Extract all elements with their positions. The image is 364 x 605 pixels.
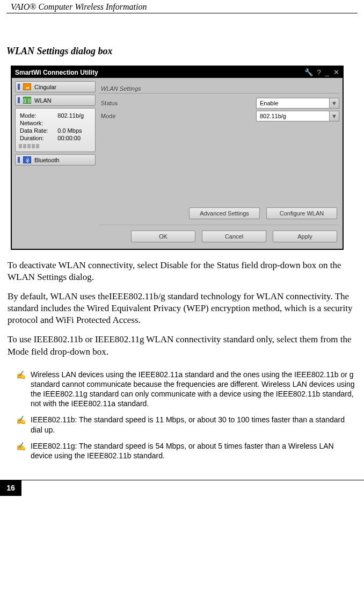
detail-network-label: Network: <box>19 119 56 127</box>
detail-mode-label: Mode: <box>19 112 56 119</box>
mode-dropdown[interactable]: 802.11b/g ▼ <box>256 111 339 121</box>
cancel-button[interactable]: Cancel <box>202 231 266 242</box>
dialog-screenshot: SmartWi Connection Utility 🔧 ? _ ✕ Cingu… <box>11 66 344 250</box>
mode-value: 802.11b/g <box>260 113 286 119</box>
sidebar-item-label: Cingular <box>34 84 56 90</box>
section-title: WLAN Settings dialog box <box>0 13 364 66</box>
notes-section: ✍ Wireless LAN devices using the IEEE802… <box>0 365 364 461</box>
paragraph-3: To use IEEE802.11b or IEEE802.11g WLAN c… <box>8 334 356 357</box>
note-3: IEEE802.11g: The standard speed is 54 Mb… <box>31 441 358 460</box>
note-1: Wireless LAN devices using the IEEE802.1… <box>31 370 358 409</box>
status-dropdown[interactable]: Enable ▼ <box>256 98 339 109</box>
panel-heading: WLAN Settings <box>99 81 339 93</box>
chevron-down-icon: ▼ <box>329 111 339 121</box>
wlan-details-panel: Mode: 802.11b/g Network: Data Rate: 0.0 … <box>15 108 96 152</box>
window-title: SmartWi Connection Utility <box>15 69 98 76</box>
titlebar: SmartWi Connection Utility 🔧 ? _ ✕ <box>12 67 343 78</box>
note-icon: ✍ <box>16 441 26 460</box>
signal-bars <box>19 144 92 148</box>
sidebar-item-wlan[interactable]: ((·)) WLAN <box>15 95 96 106</box>
paragraph-1: To deactivate WLAN connectivity, select … <box>8 260 356 283</box>
note-icon: ✍ <box>16 415 26 434</box>
status-value: Enable <box>260 100 278 106</box>
page-footer: 16 <box>0 480 364 496</box>
note-2: IEEE802.11b: The standard speed is 11 Mb… <box>31 415 358 434</box>
sidebar-item-bluetooth[interactable]: Bluetooth <box>15 154 96 165</box>
detail-duration-value: 00:00:00 <box>56 134 92 142</box>
bluetooth-icon <box>23 156 31 163</box>
mode-label: Mode <box>99 113 142 119</box>
chevron-down-icon: ▼ <box>329 98 339 108</box>
configure-wlan-button[interactable]: Configure WLAN <box>266 207 337 219</box>
footer-rule <box>21 480 364 496</box>
wlan-icon: ((·)) <box>23 97 31 104</box>
advanced-settings-button[interactable]: Advanced Settings <box>189 207 260 219</box>
page-number: 16 <box>0 480 21 496</box>
cingular-icon <box>23 83 31 90</box>
sidebar-item-label: WLAN <box>34 97 52 104</box>
accent-bar <box>18 84 20 90</box>
doc-header: VAIO® Computer Wireless Information <box>6 0 358 13</box>
close-icon[interactable]: ✕ <box>333 68 339 76</box>
ok-button[interactable]: OK <box>131 231 195 242</box>
detail-duration-label: Duration: <box>19 134 56 142</box>
minimize-icon[interactable]: _ <box>325 68 329 76</box>
apply-button[interactable]: Apply <box>273 231 337 242</box>
sidebar: Cingular ((·)) WLAN Mode: 802.11b/g Net <box>15 81 96 246</box>
accent-bar <box>18 97 20 103</box>
paragraph-2: By default, WLAN uses theIEEE802.11b/g s… <box>8 291 356 326</box>
body-text: To deactivate WLAN connectivity, select … <box>0 250 364 358</box>
main-panel: WLAN Settings Status Enable ▼ Mode 802.1… <box>99 81 339 246</box>
note-icon: ✍ <box>16 370 26 409</box>
sidebar-item-cingular[interactable]: Cingular <box>15 81 96 92</box>
detail-mode-value: 802.11b/g <box>56 112 92 119</box>
status-label: Status <box>99 100 142 106</box>
detail-network-value <box>56 119 92 127</box>
detail-rate-label: Data Rate: <box>19 127 56 134</box>
accent-bar <box>18 157 20 163</box>
detail-rate-value: 0.0 Mbps <box>56 127 92 134</box>
wrench-icon[interactable]: 🔧 <box>304 68 313 76</box>
help-icon[interactable]: ? <box>317 68 321 76</box>
sidebar-item-label: Bluetooth <box>34 157 59 163</box>
